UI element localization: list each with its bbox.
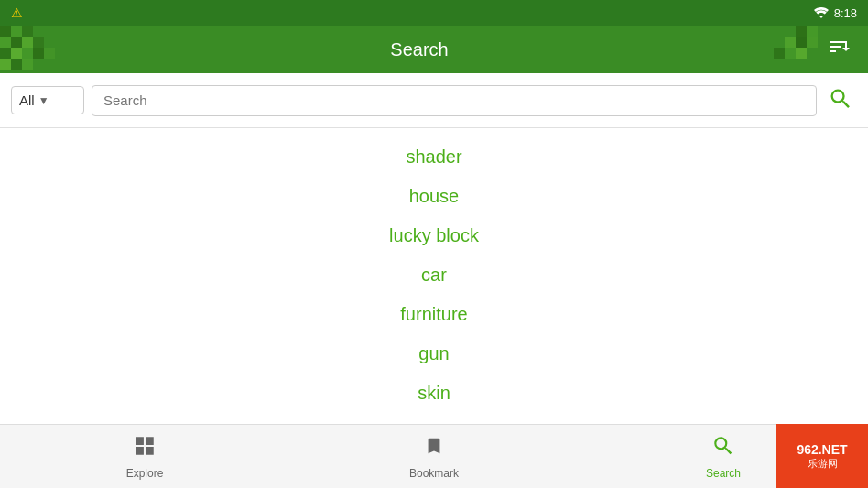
svg-rect-1: [11, 26, 22, 37]
svg-rect-14: [22, 59, 33, 70]
sort-icon: [828, 36, 850, 58]
svg-rect-13: [11, 59, 22, 70]
search-button[interactable]: [824, 82, 857, 118]
status-time: 8:18: [834, 6, 857, 20]
svg-rect-2: [22, 26, 33, 37]
svg-rect-0: [0, 26, 11, 37]
suggestion-item[interactable]: furniture: [0, 295, 868, 334]
suggestions-list: shaderhouselucky blockcarfurnituregunski…: [0, 128, 868, 461]
bottom-nav: ExploreBookmarkSearch: [0, 424, 868, 488]
bookmark-icon: [424, 434, 444, 463]
svg-rect-3: [0, 37, 11, 48]
svg-rect-12: [0, 59, 11, 70]
category-label: All: [19, 92, 35, 108]
grid-icon: [133, 434, 157, 463]
chevron-down-icon: ▼: [38, 94, 49, 107]
category-dropdown[interactable]: All ▼: [11, 86, 84, 114]
search-icon: [711, 434, 735, 463]
search-row: All ▼: [0, 73, 868, 128]
svg-rect-16: [807, 26, 818, 37]
watermark: 962.NET 乐游网: [776, 424, 868, 488]
status-icons: 8:18: [814, 6, 857, 20]
watermark-line1: 962.NET: [797, 442, 847, 457]
sort-button[interactable]: [824, 32, 853, 67]
nav-label: Explore: [126, 467, 164, 480]
nav-item-explore[interactable]: Explore: [0, 427, 289, 487]
suggestion-item[interactable]: car: [0, 255, 868, 295]
wifi-icon: [814, 7, 829, 18]
nav-item-bookmark[interactable]: Bookmark: [289, 427, 579, 487]
search-input-container: [92, 85, 817, 116]
top-bar: Search: [0, 26, 868, 73]
suggestion-item[interactable]: lucky block: [0, 216, 868, 255]
page-title: Search: [390, 39, 448, 60]
nav-label: Search: [706, 467, 741, 480]
watermark-line2: 乐游网: [808, 457, 838, 471]
suggestion-item[interactable]: gun: [0, 334, 868, 374]
svg-rect-15: [796, 26, 807, 37]
search-icon: [828, 86, 853, 112]
suggestion-item[interactable]: shader: [0, 137, 868, 177]
suggestion-item[interactable]: house: [0, 177, 868, 216]
top-bar-actions: [824, 32, 853, 67]
status-bar: ⚠ 8:18: [0, 0, 868, 26]
alert-icon: ⚠: [11, 5, 23, 20]
suggestion-item[interactable]: skin: [0, 374, 868, 413]
search-input[interactable]: [103, 92, 805, 108]
nav-label: Bookmark: [409, 467, 459, 480]
svg-rect-7: [0, 48, 11, 59]
